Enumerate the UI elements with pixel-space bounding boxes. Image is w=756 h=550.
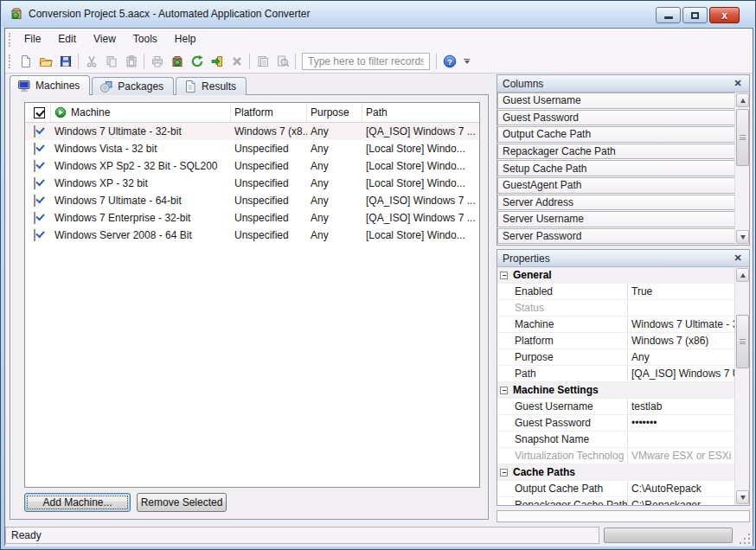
menu-help[interactable]: Help	[166, 29, 205, 50]
columns-panel-header[interactable]: Columns ✕	[497, 75, 749, 93]
row-checkbox[interactable]	[34, 160, 35, 172]
property-group-row[interactable]: Machine Settings	[497, 382, 734, 399]
row-checkbox[interactable]	[34, 229, 35, 241]
report-button[interactable]	[253, 52, 272, 71]
table-row[interactable]: Windows 7 Ultimate - 32-bit Windows 7 (x…	[25, 123, 479, 140]
columns-scrollbar[interactable]	[734, 93, 749, 245]
property-row[interactable]: Output Cache Path C:\AutoRepack	[497, 481, 734, 497]
row-checkbox[interactable]	[34, 212, 35, 224]
property-row[interactable]: Purpose Any	[497, 349, 734, 366]
column-item[interactable]: Server Username	[497, 211, 735, 227]
scrollbar-thumb[interactable]	[736, 109, 749, 166]
column-item[interactable]: Repackager Cache Path	[497, 144, 735, 160]
property-value[interactable]: Windows 7 Ultimate - 3	[627, 317, 734, 332]
row-checkbox[interactable]	[34, 143, 35, 155]
column-item[interactable]: Output Cache Path	[497, 126, 735, 143]
printer-button[interactable]	[147, 52, 167, 71]
scroll-down-button[interactable]	[736, 230, 749, 244]
row-checkbox[interactable]	[34, 125, 35, 138]
table-row[interactable]: Windows Vista - 32 bit Unspecified Any […	[25, 140, 479, 157]
column-item[interactable]: Guest Password	[497, 110, 735, 126]
property-row[interactable]: Platform Windows 7 (x86)	[497, 333, 734, 349]
scroll-down-button[interactable]	[736, 490, 749, 504]
property-value[interactable]: C:\AutoRepack	[627, 481, 734, 496]
resize-grip-icon[interactable]	[740, 534, 750, 544]
copy-button[interactable]	[101, 52, 121, 71]
paste-button[interactable]	[121, 52, 141, 71]
filter-input[interactable]	[302, 53, 430, 70]
close-icon[interactable]: ✕	[732, 78, 744, 90]
column-item[interactable]: Server Password	[497, 228, 735, 245]
save-button[interactable]	[55, 52, 75, 71]
property-row[interactable]: Guest Username testlab	[497, 399, 734, 415]
property-value[interactable]	[627, 432, 734, 447]
remove-selected-button[interactable]: Remove Selected	[137, 493, 227, 512]
property-value[interactable]: C:\Repackager	[627, 497, 734, 505]
property-row[interactable]: Enabled True	[497, 284, 734, 300]
property-row[interactable]: Path [QA_ISO] Windows 7 Ul	[497, 366, 734, 382]
property-row[interactable]: Virtualization Technolog VMware ESX or E…	[497, 448, 734, 464]
menu-grip[interactable]	[9, 33, 11, 47]
close-icon[interactable]: ✕	[732, 253, 744, 265]
title-bar[interactable]: Conversion Project 5.aacx - Automated Ap…	[2, 1, 756, 27]
property-row[interactable]: Repackager Cache Path C:\Repackager	[497, 497, 734, 505]
run-button[interactable]	[207, 52, 227, 71]
select-all-checkbox[interactable]	[34, 107, 45, 118]
table-row[interactable]: Windows 7 Ultimate - 64-bit Unspecified …	[25, 192, 479, 209]
package-button[interactable]	[167, 52, 187, 71]
stop-button[interactable]	[227, 52, 247, 71]
scroll-up-button[interactable]	[736, 268, 749, 282]
toolbar-grip[interactable]	[9, 54, 11, 68]
row-checkbox[interactable]	[34, 195, 35, 207]
open-button[interactable]	[35, 52, 55, 71]
table-row[interactable]: Windows XP Sp2 - 32 Bit - SQL200 Unspeci…	[25, 157, 479, 175]
app-icon[interactable]	[10, 7, 23, 21]
close-button[interactable]: x	[709, 7, 740, 23]
refresh-button[interactable]	[187, 52, 207, 71]
property-row[interactable]: Machine Windows 7 Ultimate - 3	[497, 317, 734, 333]
properties-scrollbar[interactable]	[734, 267, 749, 505]
properties-panel-header[interactable]: Properties ✕	[497, 250, 749, 267]
run-icon	[210, 54, 224, 68]
tab-packages[interactable]: Packages	[92, 77, 174, 95]
property-value[interactable]: •••••••	[627, 415, 734, 431]
table-header[interactable]: Machine Platform Purpose Path	[25, 103, 479, 123]
property-row[interactable]: Snapshot Name	[497, 432, 734, 448]
property-row[interactable]: Status	[497, 300, 734, 317]
table-row[interactable]: Windows XP - 32 bit Unspecified Any [Loc…	[25, 175, 479, 192]
column-item[interactable]: Guest Username	[497, 93, 735, 109]
property-value[interactable]: True	[627, 284, 734, 299]
tab-machines[interactable]: Machines	[10, 75, 90, 95]
new-document-button[interactable]	[16, 52, 35, 71]
collapse-icon[interactable]	[500, 387, 508, 394]
collapse-icon[interactable]	[500, 469, 508, 476]
property-value[interactable]: Any	[627, 349, 734, 365]
property-group-row[interactable]: General	[497, 267, 734, 284]
table-row[interactable]: Windows Server 2008 - 64 Bit Unspecified…	[25, 227, 479, 244]
property-group-row[interactable]: Cache Paths	[497, 464, 734, 481]
scrollbar-thumb[interactable]	[736, 315, 749, 368]
cut-button[interactable]	[81, 52, 101, 71]
table-row[interactable]: Windows 7 Enterprise - 32-bit Unspecifie…	[25, 209, 479, 227]
scroll-up-button[interactable]	[736, 93, 749, 107]
help-button[interactable]: ?	[439, 52, 459, 71]
toolbar-overflow-button[interactable]	[461, 52, 472, 71]
menu-view[interactable]: View	[85, 29, 125, 50]
column-item[interactable]: GuestAgent Path	[497, 177, 735, 194]
property-value[interactable]: testlab	[627, 399, 734, 414]
property-value[interactable]: Windows 7 (x86)	[627, 333, 734, 349]
menu-file[interactable]: File	[16, 29, 49, 50]
menu-edit[interactable]: Edit	[49, 29, 85, 50]
add-machine-button[interactable]: Add Machine...	[24, 493, 131, 512]
tab-results[interactable]: Results	[176, 77, 247, 95]
column-item[interactable]: Server Address	[497, 195, 735, 211]
minimize-button[interactable]	[656, 7, 681, 23]
menu-tools[interactable]: Tools	[125, 29, 166, 50]
property-row[interactable]: Guest Password •••••••	[497, 415, 734, 432]
preview-button[interactable]	[272, 52, 292, 71]
property-value[interactable]: [QA_ISO] Windows 7 Ul	[627, 366, 734, 381]
maximize-button[interactable]	[682, 7, 708, 23]
column-item[interactable]: Setup Cache Path	[497, 160, 735, 176]
row-checkbox[interactable]	[34, 177, 35, 189]
collapse-icon[interactable]	[500, 272, 508, 279]
